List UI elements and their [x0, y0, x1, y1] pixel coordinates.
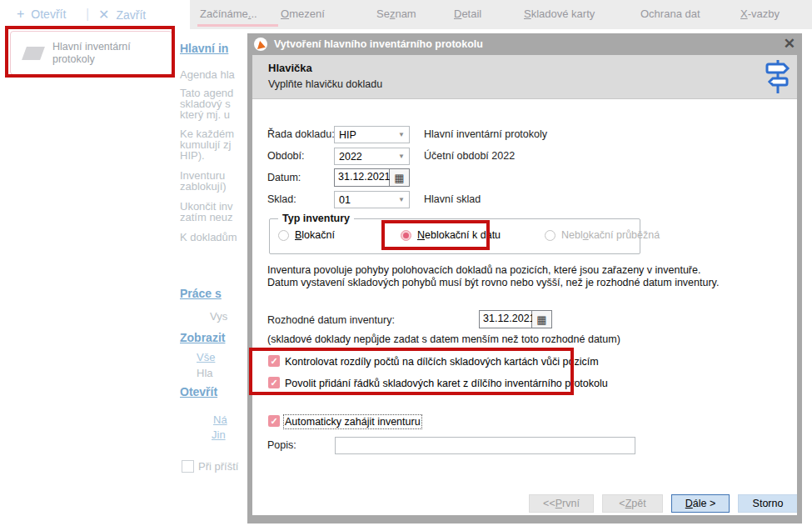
bg-text: který mj. u: [180, 108, 230, 121]
toolbar-divider: |: [86, 7, 89, 22]
bg-link[interactable]: Ná: [213, 413, 227, 426]
popis-label: Popis:: [267, 439, 296, 451]
plus-icon: +: [17, 7, 24, 22]
datum-input[interactable]: 31.12.2021: [334, 168, 390, 187]
tab-ochrana-dat[interactable]: Ochrana dat: [640, 8, 700, 20]
inventura-info-line1: Inventura povoluje pohyby polohovacích d…: [267, 264, 700, 276]
rada-dokladu-label: Řada dokladu:: [267, 128, 335, 140]
bg-heading: Práce s: [180, 287, 222, 300]
sidebar-item-hlavni-inventarni-protokoly[interactable]: Hlavní inventární protokoly: [10, 31, 172, 75]
tab-detail[interactable]: Detail: [454, 8, 481, 20]
dialog-titlebar[interactable]: Vytvoření hlavního inventárního protokol…: [247, 33, 802, 55]
dialog-content: Hlavička Vyplňte hlavičku dokladu Řada d…: [252, 55, 797, 515]
sklad-label: Sklad:: [267, 193, 296, 205]
inventura-info-line2: Datum vystavení skladových pohybů musí b…: [267, 277, 719, 288]
radio-blokacni[interactable]: [278, 230, 289, 241]
bg-text: K dokladům: [180, 231, 237, 243]
bg-text: Agenda hla: [180, 68, 235, 81]
tab-seznam[interactable]: Seznam: [376, 8, 416, 20]
bg-text: Hla: [197, 367, 213, 379]
typ-inventury-legend: Typ inventury: [278, 213, 354, 224]
bg-text: Vys: [210, 310, 227, 323]
tab-x-vazby[interactable]: X-vazby: [740, 8, 780, 20]
rozhodne-datum-field-group: 31.12.2021 ▦: [479, 310, 552, 328]
open-button-label: Otevřít: [31, 8, 66, 21]
radio-neblokacni-prubezna[interactable]: [545, 230, 555, 241]
sklad-desc: Hlavní sklad: [424, 193, 481, 205]
back-button[interactable]: < Zpět: [602, 494, 663, 513]
cancel-button[interactable]: Storno: [738, 494, 797, 513]
rozhodne-datum-input[interactable]: 31.12.2021: [479, 310, 532, 328]
close-agenda-button[interactable]: ✕ Zavřít: [98, 7, 146, 23]
bg-checkbox[interactable]: [182, 460, 194, 473]
chevron-down-icon: ▼: [398, 153, 409, 160]
next-button[interactable]: Dále >: [671, 494, 730, 513]
rada-dokladu-value: HIP: [335, 129, 398, 141]
calendar-icon[interactable]: ▦: [532, 310, 552, 328]
radio-neblokacni-prubezna-label: Neblokační průběžná: [561, 229, 660, 241]
rozhodne-datum-note: (skladové doklady nepůjde zadat s datem …: [267, 333, 620, 345]
abra-logo-icon: [254, 38, 267, 51]
rozhodne-datum-label: Rozhodné datum inventury:: [267, 314, 395, 326]
signpost-icon: [764, 58, 792, 95]
checkbox-povolit[interactable]: ✓: [268, 377, 280, 388]
bg-link[interactable]: Jin: [212, 428, 226, 441]
checkbox-automaticky-label[interactable]: Automaticky zahájit inventuru: [285, 416, 421, 428]
sklad-value: 01: [335, 194, 398, 206]
checkbox-kontrolovat-label[interactable]: Kontrolovat rozdíly počtů na dílčích skl…: [285, 356, 599, 368]
radio-neblokacni-k-datu[interactable]: [401, 230, 411, 241]
dialog-title: Vytvoření hlavního inventárního protokol…: [274, 38, 483, 50]
wizard-header: Hlavička Vyplňte hlavičku dokladu: [252, 55, 797, 99]
first-button[interactable]: << První: [529, 494, 594, 513]
bg-text: HIP).: [180, 149, 205, 162]
rada-dokladu-desc: Hlavní inventární protokoly: [424, 128, 547, 140]
obdobi-combo[interactable]: 2022 ▼: [334, 148, 410, 165]
datum-label: Datum:: [267, 172, 301, 183]
close-icon: ✕: [98, 7, 109, 23]
checkbox-povolit-label[interactable]: Povolit přidání řádků skladových karet z…: [285, 378, 608, 389]
obdobi-value: 2022: [335, 151, 398, 163]
close-agenda-button-label: Zavřít: [116, 8, 146, 22]
bg-heading: Zobrazit: [180, 331, 225, 344]
tab-strip: Začínáme... Omezení Seznam Detail Sklado…: [190, 0, 812, 29]
dialog-close-icon[interactable]: ✕: [784, 35, 795, 53]
rada-dokladu-combo[interactable]: HIP ▼: [334, 126, 410, 143]
obdobi-desc: Účetní období 2022: [424, 150, 515, 162]
open-button[interactable]: + Otevřít: [17, 7, 66, 22]
bg-link[interactable]: Vše: [197, 351, 215, 363]
sklad-combo[interactable]: 01 ▼: [334, 191, 410, 208]
bg-text: zablokují): [180, 180, 227, 193]
wizard-step-title: Hlavička: [268, 62, 312, 74]
obdobi-label: Období:: [267, 150, 304, 162]
popis-input[interactable]: [335, 437, 635, 454]
bg-heading: Hlavní in: [180, 42, 228, 55]
parallelogram-icon: [22, 47, 45, 60]
chevron-down-icon: ▼: [398, 131, 409, 138]
radio-blokacni-label[interactable]: Blokační: [295, 229, 335, 241]
tab-omezeni[interactable]: Omezení: [281, 8, 325, 20]
typ-inventury-groupbox: Typ inventury Blokační Neblokační k datu…: [269, 218, 640, 254]
datum-field-group: 31.12.2021 ▦: [334, 168, 410, 187]
active-tab-underline: [197, 24, 278, 27]
wizard-dialog: Vytvoření hlavního inventárního protokol…: [247, 33, 802, 523]
radio-neblokacni-k-datu-label[interactable]: Neblokační k datu: [417, 229, 501, 241]
checkbox-kontrolovat[interactable]: ✓: [268, 355, 280, 367]
checkbox-automaticky[interactable]: ✓: [268, 415, 280, 427]
calendar-icon[interactable]: ▦: [390, 168, 410, 187]
wizard-step-subtitle: Vyplňte hlavičku dokladu: [268, 78, 382, 90]
sidebar-item-label: Hlavní inventární protokoly: [52, 41, 152, 66]
tab-skladove-karty[interactable]: Skladové karty: [524, 8, 595, 20]
bg-heading: Otevřít: [180, 385, 217, 398]
chevron-down-icon: ▼: [398, 196, 409, 203]
tab-zaciname[interactable]: Začínáme...: [200, 8, 257, 20]
bg-checkbox-label: Při příští: [198, 460, 238, 473]
bg-text: zatím neuz: [180, 211, 233, 223]
